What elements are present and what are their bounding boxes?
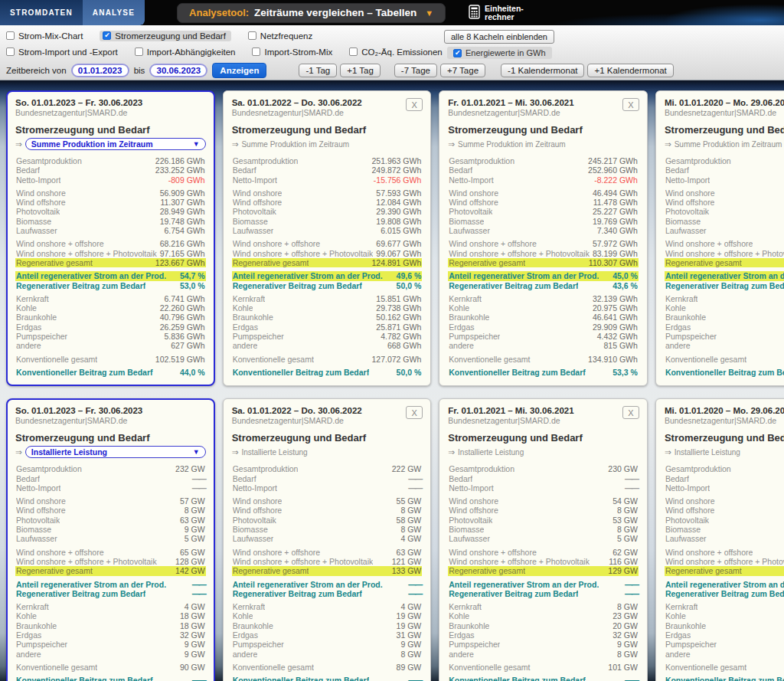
value-row-anteil-regenerativ: Anteil regenerativer Strom an der Prod.—… [15,580,206,589]
card-source: Bundesnetzagentur|SMARD.de [665,108,784,117]
comparison-card-5: So. 01.01.2023 – Fr. 30.06.2023Bundesnet… [6,398,215,681]
card-source: Bundesnetzagentur|SMARD.de [15,108,206,117]
analysetool-dropdown[interactable]: Analysetool: Zeiträume vergleichen – Tab… [177,3,446,23]
row-label: Konventioneller Beitrag zum Bedarf [449,676,586,681]
step-button-1-tag[interactable]: -1 Tag [299,64,337,77]
value-row-photovoltaik: Photovoltaik53 GW [448,516,639,525]
card-close-button[interactable]: X [622,406,639,419]
row-label: Netto-Import [16,483,60,493]
row-value: 11.307 GWh [160,198,204,207]
row-label: Wind onshore + offshore + Photovoltaik [233,557,374,566]
row-label: Wind offshore [233,506,283,515]
row-label: Kohle [16,611,37,620]
card-mode-select[interactable]: Summe Produktion im Zeitraum▼ [25,138,206,150]
row-value: 25.227 GWh [593,207,638,216]
value-row-wind-onshore: Wind onshore57.593 GWh [232,188,423,198]
checkbox-box-co-q-emissionen[interactable] [349,47,358,56]
card-date-range: Mi. 01.01.2020 – Mo. 29.06.2020 [665,98,784,107]
row-label: Pumpspeicher [449,640,500,649]
row-label: Erdgas [449,630,474,640]
row-label: andere [233,650,258,659]
value-row-kernkraft: Kernkraft32.139 GWh [448,294,639,303]
checkbox-box-import-strom-mix[interactable] [252,47,260,56]
step-button-1-kalendermonat[interactable]: -1 Kalendermonat [501,64,584,77]
row-value: 46.494 GWh [593,188,638,198]
checkbox-strom-import-und-export[interactable]: Strom-Import und -Export [6,47,118,57]
checkbox-co-q-emissionen[interactable]: CO₂-Äq. Emissionen [349,47,442,57]
value-row-regenerativer-beitrag: Regenerativer Beitrag zum Bedarf—— [15,589,206,598]
row-value: 4.782 GWh [381,332,421,341]
checkbox-box-strom-mix-chart[interactable] [6,31,15,40]
value-row-wind-offshore: Wind offshore8 GW [665,506,784,515]
row-value: 815 GWh [604,341,638,350]
row-value: 53 GW [612,516,638,525]
row-label: Wind onshore [449,188,498,198]
card-mode-value: Summe Produktion im Zeitraum [675,140,782,149]
row-label: Bedarf [665,474,689,483]
row-label: Biomasse [233,217,268,226]
step-button-7-tage[interactable]: -7 Tage [394,64,437,77]
checkbox-import-abh-ngigkeiten[interactable]: Import-Abhängigkeiten [135,47,236,57]
row-value: 12.084 GWh [376,198,421,207]
row-label: Pumpspeicher [16,332,67,341]
einheitenrechner-button[interactable]: Einheiten-rechner [469,5,524,21]
checkbox-netzfrequenz[interactable]: Netzfrequenz [248,31,312,41]
value-row-braunkohle: Braunkohle18 GW [15,621,206,630]
card-close-button[interactable]: X [406,406,423,419]
checkbox-box-stromerzeugung-und-bedarf[interactable] [103,31,111,40]
value-row-regenerativer-beitrag: Regenerativer Beitrag zum Bedarf—— [448,589,639,598]
card-close-button[interactable]: X [622,98,639,111]
tab-stromdaten[interactable]: STROMDATEN [0,0,83,25]
checkbox-box-strom-import-und-export[interactable] [6,47,15,56]
value-row-wind-onshore-offshore-pv: Wind onshore + offshore + Photovoltaik12… [232,557,423,566]
row-label: Pumpspeicher [233,332,284,341]
mode-arrow-icon: ⇒ [665,447,671,457]
row-label: Gesamtproduktion [233,464,299,473]
value-row-biomasse: Biomasse19.808 GWh [232,217,423,226]
date-from-input[interactable] [71,64,129,77]
row-label: Kernkraft [233,294,266,303]
step-button-7-tage[interactable]: +7 Tage [440,64,485,77]
show-all-tiles-button[interactable]: alle 8 Kacheln einblenden [444,30,554,44]
row-label: Laufwasser [233,534,274,543]
value-row-gesamtproduktion: Gesamtproduktion232 GW [15,464,206,473]
row-value: 19.808 GWh [376,217,421,226]
checkbox-box-import-abh-ngigkeiten[interactable] [135,47,143,56]
card-close-button[interactable]: X [406,98,423,111]
checkbox-strom-mix-chart[interactable]: Strom-Mix-Chart [6,31,83,41]
energy-unit-checkbox[interactable] [453,49,462,57]
value-row-netto-import: Netto-Import-809 GWh [15,175,206,185]
value-row-photovoltaik: Photovoltaik29.390 GWh [232,207,423,216]
row-label: Biomasse [233,525,268,534]
row-label: Kohle [665,611,686,620]
value-row-kernkraft: Kernkraft4 GW [15,602,206,611]
row-value: 9 GW [185,650,205,659]
value-row-photovoltaik: Photovoltaik24.895 GWh [665,207,784,216]
row-value: 222 GW [392,464,422,473]
date-to-input[interactable] [149,64,207,77]
row-label: Wind onshore + offshore + Photovoltaik [233,249,374,258]
row-value: 102.519 GWh [155,355,205,364]
row-label: Wind offshore [665,506,715,515]
tab-analyse[interactable]: ANALYSE [83,0,145,25]
card-source: Bundesnetzagentur|SMARD.de [448,416,639,425]
checkbox-box-netzfrequenz[interactable] [248,31,256,40]
checkbox-import-strom-mix[interactable]: Import-Strom-Mix [252,47,332,57]
row-label: Erdgas [665,630,691,640]
einheitenrechner-label: Einheiten-rechner [485,5,524,21]
step-button-1-kalendermonat[interactable]: +1 Kalendermonat [587,64,673,77]
value-row-photovoltaik: Photovoltaik58 GW [232,516,423,525]
value-row-pumpspeicher: Pumpspeicher4.782 GWh [232,332,423,341]
checkbox-stromerzeugung-und-bedarf[interactable]: Stromerzeugung und Bedarf [100,31,230,41]
row-value: —— [625,589,638,598]
row-label: Biomasse [16,217,51,226]
energy-unit-toggle[interactable]: Energiewerte in GWh [447,47,552,59]
row-value: 90 GW [180,663,205,672]
row-value: 4 GW [400,534,421,543]
anzeigen-button[interactable]: Anzeigen [212,63,266,78]
step-button-1-tag[interactable]: +1 Tag [340,64,381,77]
row-value: 18 GW [180,621,205,630]
value-row-pumpspeicher: Pumpspeicher9 GW [665,640,784,649]
row-label: Pumpspeicher [665,640,717,649]
card-mode-select[interactable]: Installierte Leistung▼ [25,446,206,458]
